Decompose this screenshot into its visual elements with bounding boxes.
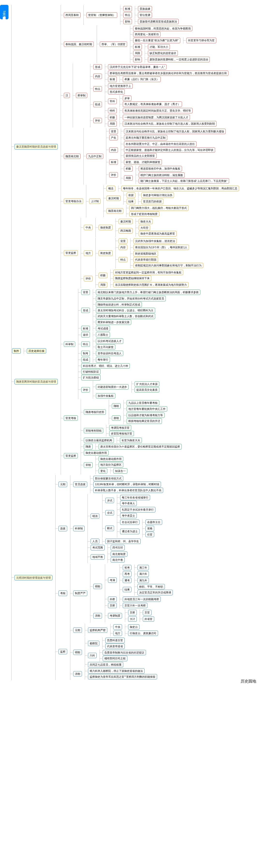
- n: 将六科并入都察院，停止了派御史巡省的做法: [88, 668, 145, 674]
- n: 稽有部同百司之权: [103, 656, 127, 661]
- n: 中正根据家世、道德和才能评定州郡士人的资品，分为九等，写出评语即状: [124, 147, 215, 153]
- s2n2[interactable]: 官吏考核: [64, 415, 78, 421]
- n: 标准: [133, 44, 142, 50]
- n: 八股取士: [96, 332, 110, 337]
- n: 明朝: [73, 650, 82, 655]
- n: 积极: [124, 166, 133, 171]
- n5c[interactable]: 上计制: [89, 198, 100, 204]
- n: 每三年在各省省城举行: [120, 495, 150, 500]
- n: 外省官: [143, 616, 154, 622]
- n: 评价: [109, 172, 118, 178]
- n: 特科: [108, 108, 117, 113]
- footer-logo: 历史园地: [241, 679, 256, 684]
- n: 局限: [133, 51, 142, 56]
- n: 考满: [108, 578, 117, 583]
- n: 依朝廷规定的六条问事郡国豪右和地方守，刺制不法行为: [134, 263, 203, 268]
- n: 因门阀势力强大，战乱频仍，考核大都流于形式: [129, 205, 188, 211]
- n2[interactable]: 春秋战国、秦汉初时期: [64, 41, 94, 47]
- n: 家世、道德、才能到单独家世: [124, 159, 162, 165]
- n: 制度严严: [73, 590, 87, 596]
- n: 打破特权阶层: [81, 369, 100, 374]
- n: 形式多样化: [108, 89, 125, 94]
- n: 评价: [81, 387, 90, 393]
- n1c[interactable]: 世官制 （世卿世禄制）: [87, 12, 117, 18]
- section-1[interactable]: 秦汉至魏晋时期的官员选拔与管理 西周至春秋 世官制 （世卿世禄制） 标准贵族血缘…: [14, 5, 239, 288]
- n4c[interactable]: 九品中正制: [87, 154, 103, 159]
- n: 秦汉时期: [119, 219, 133, 224]
- n: 加强中央集权: [96, 393, 115, 399]
- s2n1[interactable]: 科举制: [64, 341, 75, 347]
- n: 考试范围: [91, 545, 105, 550]
- author-value: 历史老师任俊: [27, 348, 46, 353]
- n: 背景: [109, 129, 118, 134]
- n: 外察: [108, 596, 117, 602]
- n: 变化: [98, 468, 107, 474]
- n3[interactable]: 汉: [64, 93, 70, 98]
- n: 秦汉时期: [107, 196, 121, 201]
- n: 人员: [91, 538, 99, 544]
- n: 特点: [81, 341, 90, 347]
- n: 四书五经: [111, 545, 125, 550]
- n2c[interactable]: 荐举、（军）功授官: [100, 41, 127, 47]
- n: 两宋科举制进一步发展完善: [96, 319, 131, 325]
- n: 贵族世代垄断高官形成贵族政治: [138, 19, 179, 24]
- n: 元朝: [58, 482, 67, 487]
- n4[interactable]: 魏晋南北朝: [64, 154, 81, 159]
- n: 刺史巡视郡级地区: [134, 251, 158, 256]
- n: 延寿元年魏王曹丕推行九品中正制: [124, 135, 167, 140]
- n: 每年秋冬，各县侯国将一年来的户口垦田、钱谷入出、盗贼多少等情况汇集到郡国，再由郡…: [121, 186, 239, 191]
- n: 清朝: [73, 671, 82, 677]
- section-2[interactable]: 隋唐至两宋时期的官员选拔与管理 科举制 背景南北朝以来寒门庶族地方势力上升，希望…: [14, 289, 239, 474]
- n: 缺乏制度化的选官途径: [148, 51, 178, 56]
- n1[interactable]: 西周至春秋: [64, 12, 81, 18]
- n: 特点: [93, 86, 102, 92]
- s2n3[interactable]: 官吏监察: [64, 453, 78, 458]
- n: 唐太宗将全国分为十道监察区，委任检察官定期或者不定期巡回监察: [98, 444, 182, 449]
- n: 标准: [108, 76, 117, 82]
- n: 御史大夫: [139, 219, 153, 224]
- sec1-title: 秦汉至魏晋时期的官员选拔与管理: [14, 144, 58, 149]
- n: 形成: [93, 64, 102, 69]
- n: 负责皇帝制救与日次省的封还驳议: [103, 650, 146, 655]
- n: 贵族血缘: [138, 6, 152, 11]
- n6[interactable]: 官吏监察: [64, 250, 78, 255]
- n5[interactable]: 官吏考核办法: [64, 198, 83, 204]
- n3c[interactable]: 察举制: [76, 93, 87, 98]
- n: 考中者举人: [120, 501, 137, 506]
- n: 魏晋南北朝: [107, 208, 123, 214]
- n: 组成: [81, 357, 90, 362]
- root-node[interactable]: 第 5 课 中国古代官员的选拔与管理: [0, 5, 8, 19]
- author-label: 制作: [12, 348, 21, 353]
- s3n2[interactable]: 选拔: [58, 526, 67, 531]
- n: 唐朝: [112, 415, 121, 421]
- n: 考中者贡士: [120, 513, 137, 518]
- n: 概念: [107, 186, 115, 191]
- n: 取士不问家世: [96, 344, 115, 350]
- n: 形成: [81, 308, 90, 313]
- n: 局限: [124, 175, 133, 181]
- n: 满六年: [138, 571, 149, 577]
- n: 以品德和才能为标准考核力等: [127, 412, 165, 418]
- n: 初考: [123, 565, 132, 570]
- n: 东汉后期使察刺史权力范围扩大，逐渐发展成为地方割据势力: [113, 282, 188, 287]
- n: 局限: [108, 121, 117, 126]
- n: 以御史台最高监察机构: [84, 438, 114, 443]
- n: 随门阀士族衰落，下层士人兴起，依靠门第形成"上品无寒门，下品无势族": [139, 178, 229, 184]
- n: 命题帝主任: [145, 520, 162, 525]
- n: 宋朝考刑弱锐: [84, 428, 103, 433]
- s3n1[interactable]: 官员选拔: [73, 482, 87, 487]
- n: 结果: [127, 199, 135, 204]
- s3n3[interactable]: 考核: [58, 590, 67, 596]
- n: 岁举: [123, 96, 132, 101]
- section-3[interactable]: 元明清时期的管理选拔与管理 元朝 官员选拔 部分保留蒙古传统方式 1313年恢复…: [14, 475, 239, 680]
- n: 九品以上官员每年要考核: [127, 400, 159, 405]
- s3n4[interactable]: 监察: [58, 649, 67, 654]
- n: 组成: [93, 102, 102, 107]
- n: 国子监和府、州、县学学生: [105, 538, 141, 544]
- n: 共同正七品官员，秩轻权重: [88, 662, 123, 667]
- n: 根据考核结果定官员的升迁: [127, 418, 162, 424]
- n: 都察院: [88, 641, 99, 646]
- n: 标准: [109, 159, 118, 165]
- n: 察举指先考察而后推举，重点考察被举者在乡里的舆论评价和为官能力，然后推荐为官或者…: [108, 70, 228, 76]
- n: 才能、军功大小: [148, 44, 170, 50]
